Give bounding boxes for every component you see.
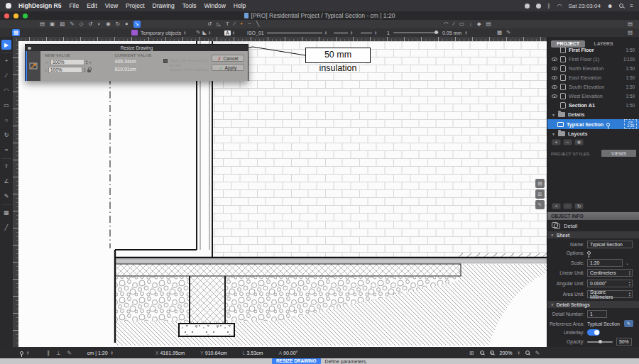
eye-icon[interactable] — [552, 57, 557, 61]
eye-icon[interactable] — [552, 85, 557, 89]
linear-unit-select[interactable]: Centimeters — [587, 269, 633, 277]
undo-icon[interactable]: ↺ — [88, 20, 92, 28]
eye-icon[interactable] — [552, 94, 557, 98]
status-item-icon[interactable] — [536, 4, 541, 9]
detail-settings-header[interactable]: ∨Detail Settings — [547, 301, 639, 308]
diamond-icon[interactable]: ◆ — [477, 20, 481, 28]
scale-input[interactable] — [587, 259, 623, 267]
opacity-slider[interactable] — [587, 341, 613, 343]
layer-color-swatch[interactable] — [131, 30, 138, 35]
bluetooth-icon[interactable]: ᛒ — [547, 3, 551, 9]
menu-file[interactable]: File — [69, 2, 79, 9]
apply-button[interactable]: ✓ Apply — [212, 64, 244, 71]
curve-tool[interactable]: ≈ — [1, 145, 11, 155]
add-view-button[interactable]: + — [552, 139, 561, 145]
views-button[interactable]: VIEWS — [601, 150, 636, 157]
point-tool[interactable]: + — [1, 55, 11, 65]
details-group-row[interactable]: ▼ Details — [547, 110, 639, 119]
views-icon[interactable]: ▣ — [50, 20, 55, 28]
name-input[interactable] — [587, 241, 633, 248]
remove-button[interactable]: − — [563, 203, 572, 209]
angular-unit-select[interactable]: 0.0000° — [587, 280, 633, 287]
control-center-icon[interactable]: ≡ — [630, 3, 633, 9]
edit-icon[interactable]: ✎ — [70, 20, 74, 28]
chevron-down-icon[interactable]: ⌄ — [626, 260, 629, 265]
height-stepper[interactable] — [84, 67, 85, 72]
annotate-icon[interactable]: ✎ — [506, 28, 510, 37]
refresh-button[interactable]: ↻ — [574, 203, 584, 209]
color-stepper[interactable] — [233, 31, 234, 35]
preview-icon[interactable]: ◉ — [106, 20, 111, 28]
arc-icon[interactable]: ◠ — [444, 20, 449, 28]
view-row-first-floor-1[interactable]: First Floor (1) 1:100 — [547, 55, 639, 64]
clipboard-active-icon[interactable]: ▦ — [12, 29, 20, 36]
text-mode-icon[interactable]: T — [226, 20, 229, 28]
options-pin-icon[interactable] — [587, 251, 591, 255]
app-menu[interactable]: HighDesign R5 — [18, 2, 61, 9]
width-input[interactable] — [50, 59, 84, 65]
eye-icon[interactable] — [552, 76, 557, 79]
area-unit-select[interactable]: Square Millimeters — [587, 290, 633, 298]
pin-stepper[interactable] — [27, 351, 28, 355]
dash-stepper[interactable] — [351, 31, 352, 35]
linetype-select[interactable]: ISO_01 — [247, 31, 264, 35]
view-settings-button[interactable]: ✻ — [574, 139, 584, 145]
menu-view[interactable]: View — [105, 2, 118, 9]
dimension-tool[interactable]: ∠ — [1, 176, 11, 186]
linetype-stepper[interactable] — [325, 31, 327, 35]
view-row-south-elevation[interactable]: South Elevation 1:50 — [547, 82, 639, 92]
panel-toggle-icon[interactable]: ▤ — [628, 28, 633, 37]
circle-tool[interactable]: ○ — [1, 115, 11, 125]
lock-ratio-icon[interactable] — [87, 70, 91, 72]
add-button[interactable]: + — [552, 203, 561, 209]
refresh-icon[interactable]: ↻ — [116, 20, 120, 28]
view-row-typical-section-active[interactable]: Typical Section cm1:20 — [547, 119, 639, 129]
side-tab-icon-3[interactable]: ✎ — [535, 200, 545, 209]
hatch-icon[interactable]: ▦ — [497, 28, 502, 37]
zoom-out-icon[interactable]: − — [480, 351, 484, 355]
rotate-icon[interactable]: ↺ — [207, 20, 212, 28]
sheets-icon[interactable]: ▤ — [40, 20, 45, 28]
view-row-north-elevation[interactable]: North Elevation 1:50 — [547, 64, 639, 73]
select-tool[interactable]: ▶ — [1, 40, 11, 50]
zoom-in-icon[interactable]: + — [490, 351, 494, 355]
pen-swatch-icon[interactable]: ◣ — [202, 28, 207, 37]
annotation-tool[interactable]: ✎ — [1, 191, 11, 201]
side-tab-icon-1[interactable]: ▤ — [535, 179, 545, 188]
linework-tool[interactable]: ╱ — [1, 222, 11, 232]
apple-icon[interactable] — [6, 3, 11, 9]
view-row-section-a1[interactable]: Section A1 1:50 — [547, 101, 639, 110]
opacity-input[interactable] — [616, 338, 632, 346]
side-tab-icon-2[interactable]: ⊞ — [535, 189, 545, 199]
annotate-status-icon[interactable]: ✎ — [535, 350, 540, 356]
record-icon[interactable]: ● — [125, 20, 129, 28]
rectangle-tool[interactable]: ▭ — [1, 100, 11, 110]
snap-crosshair-icon[interactable]: + — [240, 20, 243, 28]
transform-tool[interactable]: ↻ — [1, 130, 11, 140]
menu-clock[interactable]: Sat 23:03:04 — [569, 3, 601, 9]
color-code-swatch[interactable]: A — [224, 31, 231, 35]
view-row-west-elevation[interactable]: West Elevation 1:50 — [547, 92, 639, 101]
dialog-close-button[interactable] — [28, 47, 31, 50]
endcap-stepper[interactable] — [375, 31, 376, 35]
insulation-annotation-label[interactable]: 50 mm insulation — [305, 48, 371, 63]
proportional-plus-icon[interactable]: + — [89, 60, 92, 65]
apply-to-objects-checkbox[interactable] — [163, 59, 168, 63]
unit-scale-stepper[interactable] — [111, 351, 113, 355]
height-input[interactable] — [48, 67, 82, 73]
pen-stepper[interactable] — [209, 31, 210, 35]
fit-view-icon[interactable]: ⊞ — [469, 350, 474, 356]
layer-select[interactable]: Temporary objects — [141, 31, 181, 35]
disclosure-triangle-icon[interactable]: ▼ — [552, 113, 555, 117]
hatch-tool[interactable]: ▦ — [1, 207, 11, 217]
pin-icon[interactable] — [606, 123, 610, 126]
dialog-title-bar[interactable]: Resize Drawing — [26, 45, 248, 51]
view-row-first-floor[interactable]: First Floor 1:50 — [547, 45, 639, 55]
remove-view-button[interactable]: − — [563, 139, 572, 145]
dash-icon[interactable]: − — [248, 20, 251, 28]
pin-icon[interactable] — [20, 351, 23, 355]
styles-icon[interactable]: ◇ — [80, 20, 84, 28]
arc-tool[interactable]: ◠ — [1, 85, 11, 95]
drawing-canvas[interactable]: 50 mm insulation ▤ ⊞ ✎ — [18, 41, 547, 347]
line-mode-icon[interactable]: ∕ — [234, 20, 235, 28]
